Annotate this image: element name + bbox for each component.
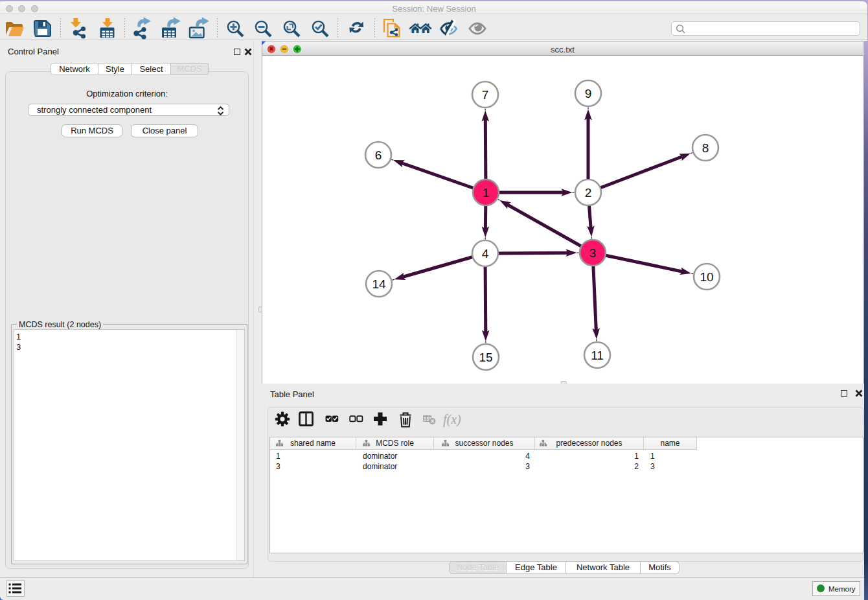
svg-text:9: 9 (585, 87, 592, 100)
svg-text:2: 2 (585, 186, 592, 200)
svg-text:10: 10 (700, 270, 713, 284)
svg-text:6: 6 (375, 148, 382, 162)
svg-text:4: 4 (482, 247, 489, 260)
svg-text:8: 8 (702, 141, 709, 155)
svg-text:11: 11 (591, 349, 604, 362)
svg-text:f(x): f(x) (443, 412, 461, 427)
svg-text:1: 1 (483, 186, 490, 200)
svg-text:14: 14 (372, 277, 386, 291)
svg-text:3: 3 (589, 246, 597, 260)
svg-text:7: 7 (482, 88, 489, 102)
svg-text:15: 15 (479, 351, 492, 364)
